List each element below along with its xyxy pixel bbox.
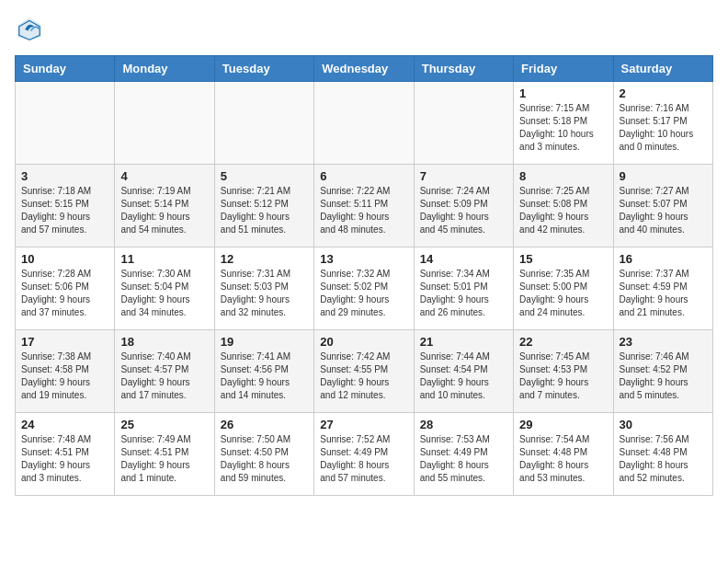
day-info: Sunrise: 7:46 AM Sunset: 4:52 PM Dayligh… bbox=[620, 350, 707, 402]
day-number: 18 bbox=[120, 335, 208, 349]
day-number: 7 bbox=[420, 169, 507, 183]
logo-icon bbox=[15, 15, 44, 44]
calendar-week-row: 1Sunrise: 7:15 AM Sunset: 5:18 PM Daylig… bbox=[16, 82, 713, 165]
day-info: Sunrise: 7:31 AM Sunset: 5:03 PM Dayligh… bbox=[221, 268, 308, 319]
day-info: Sunrise: 7:49 AM Sunset: 4:51 PM Dayligh… bbox=[120, 433, 208, 485]
day-number: 9 bbox=[620, 169, 707, 183]
day-number: 15 bbox=[519, 252, 607, 266]
column-header-saturday: Saturday bbox=[613, 56, 712, 82]
day-info: Sunrise: 7:27 AM Sunset: 5:07 PM Dayligh… bbox=[620, 185, 707, 236]
calendar-cell: 26Sunrise: 7:50 AM Sunset: 4:50 PM Dayli… bbox=[214, 413, 313, 496]
day-number: 19 bbox=[221, 335, 308, 349]
calendar-cell: 1Sunrise: 7:15 AM Sunset: 5:18 PM Daylig… bbox=[514, 82, 613, 165]
day-info: Sunrise: 7:21 AM Sunset: 5:12 PM Dayligh… bbox=[221, 185, 308, 236]
day-number: 2 bbox=[620, 86, 707, 100]
calendar-cell: 25Sunrise: 7:49 AM Sunset: 4:51 PM Dayli… bbox=[115, 413, 214, 496]
day-info: Sunrise: 7:42 AM Sunset: 4:55 PM Dayligh… bbox=[320, 350, 407, 402]
calendar-cell: 28Sunrise: 7:53 AM Sunset: 4:49 PM Dayli… bbox=[414, 413, 513, 496]
day-number: 17 bbox=[21, 335, 108, 349]
calendar-cell: 23Sunrise: 7:46 AM Sunset: 4:52 PM Dayli… bbox=[613, 330, 712, 413]
day-number: 13 bbox=[320, 252, 407, 266]
calendar-week-row: 17Sunrise: 7:38 AM Sunset: 4:58 PM Dayli… bbox=[16, 330, 713, 413]
calendar-cell: 12Sunrise: 7:31 AM Sunset: 5:03 PM Dayli… bbox=[214, 247, 313, 330]
day-info: Sunrise: 7:40 AM Sunset: 4:57 PM Dayligh… bbox=[120, 350, 208, 402]
day-info: Sunrise: 7:50 AM Sunset: 4:50 PM Dayligh… bbox=[221, 433, 308, 485]
day-number: 14 bbox=[420, 252, 507, 266]
day-number: 5 bbox=[221, 169, 308, 183]
day-info: Sunrise: 7:25 AM Sunset: 5:08 PM Dayligh… bbox=[519, 185, 607, 236]
calendar-cell: 14Sunrise: 7:34 AM Sunset: 5:01 PM Dayli… bbox=[414, 247, 513, 330]
calendar-cell: 18Sunrise: 7:40 AM Sunset: 4:57 PM Dayli… bbox=[115, 330, 214, 413]
day-number: 11 bbox=[120, 252, 208, 266]
day-number: 27 bbox=[320, 418, 407, 431]
column-header-sunday: Sunday bbox=[16, 56, 115, 82]
column-header-tuesday: Tuesday bbox=[214, 56, 313, 82]
day-number: 10 bbox=[21, 252, 108, 266]
day-number: 24 bbox=[21, 418, 108, 431]
day-info: Sunrise: 7:41 AM Sunset: 4:56 PM Dayligh… bbox=[221, 350, 308, 402]
calendar-cell: 13Sunrise: 7:32 AM Sunset: 5:02 PM Dayli… bbox=[314, 247, 414, 330]
calendar-cell: 8Sunrise: 7:25 AM Sunset: 5:08 PM Daylig… bbox=[514, 165, 613, 247]
calendar-cell: 24Sunrise: 7:48 AM Sunset: 4:51 PM Dayli… bbox=[16, 413, 115, 496]
calendar-cell: 2Sunrise: 7:16 AM Sunset: 5:17 PM Daylig… bbox=[613, 82, 712, 165]
day-number: 30 bbox=[620, 418, 707, 431]
day-info: Sunrise: 7:52 AM Sunset: 4:49 PM Dayligh… bbox=[320, 433, 407, 485]
day-number: 3 bbox=[21, 169, 108, 183]
day-number: 12 bbox=[221, 252, 308, 266]
page-header bbox=[15, 15, 713, 44]
day-info: Sunrise: 7:56 AM Sunset: 4:48 PM Dayligh… bbox=[620, 433, 707, 485]
calendar-cell bbox=[16, 82, 115, 165]
day-number: 28 bbox=[420, 418, 507, 431]
calendar-cell: 9Sunrise: 7:27 AM Sunset: 5:07 PM Daylig… bbox=[613, 165, 712, 247]
calendar-cell: 21Sunrise: 7:44 AM Sunset: 4:54 PM Dayli… bbox=[414, 330, 513, 413]
day-number: 4 bbox=[120, 169, 208, 183]
day-number: 26 bbox=[221, 418, 308, 431]
calendar-cell bbox=[314, 82, 414, 165]
calendar-week-row: 10Sunrise: 7:28 AM Sunset: 5:06 PM Dayli… bbox=[16, 247, 713, 330]
calendar-cell bbox=[214, 82, 313, 165]
logo bbox=[15, 15, 48, 44]
calendar-cell: 10Sunrise: 7:28 AM Sunset: 5:06 PM Dayli… bbox=[16, 247, 115, 330]
day-number: 16 bbox=[620, 252, 707, 266]
column-header-wednesday: Wednesday bbox=[314, 56, 414, 82]
calendar-cell bbox=[414, 82, 513, 165]
calendar-table: SundayMondayTuesdayWednesdayThursdayFrid… bbox=[15, 55, 713, 496]
day-info: Sunrise: 7:24 AM Sunset: 5:09 PM Dayligh… bbox=[420, 185, 507, 236]
day-number: 23 bbox=[620, 335, 707, 349]
day-number: 25 bbox=[120, 418, 208, 431]
calendar-cell: 4Sunrise: 7:19 AM Sunset: 5:14 PM Daylig… bbox=[115, 165, 214, 247]
calendar-header-row: SundayMondayTuesdayWednesdayThursdayFrid… bbox=[16, 56, 713, 82]
column-header-thursday: Thursday bbox=[414, 56, 513, 82]
day-info: Sunrise: 7:15 AM Sunset: 5:18 PM Dayligh… bbox=[519, 102, 607, 154]
day-number: 22 bbox=[519, 335, 607, 349]
day-info: Sunrise: 7:18 AM Sunset: 5:15 PM Dayligh… bbox=[21, 185, 108, 236]
calendar-cell: 16Sunrise: 7:37 AM Sunset: 4:59 PM Dayli… bbox=[613, 247, 712, 330]
day-info: Sunrise: 7:30 AM Sunset: 5:04 PM Dayligh… bbox=[120, 268, 208, 319]
calendar-cell: 15Sunrise: 7:35 AM Sunset: 5:00 PM Dayli… bbox=[514, 247, 613, 330]
day-info: Sunrise: 7:28 AM Sunset: 5:06 PM Dayligh… bbox=[21, 268, 108, 319]
calendar-cell: 29Sunrise: 7:54 AM Sunset: 4:48 PM Dayli… bbox=[514, 413, 613, 496]
calendar-cell: 19Sunrise: 7:41 AM Sunset: 4:56 PM Dayli… bbox=[214, 330, 313, 413]
day-info: Sunrise: 7:19 AM Sunset: 5:14 PM Dayligh… bbox=[120, 185, 208, 236]
day-info: Sunrise: 7:44 AM Sunset: 4:54 PM Dayligh… bbox=[420, 350, 507, 402]
day-info: Sunrise: 7:32 AM Sunset: 5:02 PM Dayligh… bbox=[320, 268, 407, 319]
day-info: Sunrise: 7:54 AM Sunset: 4:48 PM Dayligh… bbox=[519, 433, 607, 485]
calendar-cell: 6Sunrise: 7:22 AM Sunset: 5:11 PM Daylig… bbox=[314, 165, 414, 247]
calendar-cell bbox=[115, 82, 214, 165]
calendar-week-row: 3Sunrise: 7:18 AM Sunset: 5:15 PM Daylig… bbox=[16, 165, 713, 247]
day-number: 1 bbox=[519, 86, 607, 100]
day-info: Sunrise: 7:48 AM Sunset: 4:51 PM Dayligh… bbox=[21, 433, 108, 485]
column-header-friday: Friday bbox=[514, 56, 613, 82]
day-info: Sunrise: 7:38 AM Sunset: 4:58 PM Dayligh… bbox=[21, 350, 108, 402]
calendar-week-row: 24Sunrise: 7:48 AM Sunset: 4:51 PM Dayli… bbox=[16, 413, 713, 496]
calendar-cell: 5Sunrise: 7:21 AM Sunset: 5:12 PM Daylig… bbox=[214, 165, 313, 247]
day-info: Sunrise: 7:35 AM Sunset: 5:00 PM Dayligh… bbox=[519, 268, 607, 319]
calendar-cell: 7Sunrise: 7:24 AM Sunset: 5:09 PM Daylig… bbox=[414, 165, 513, 247]
calendar-cell: 30Sunrise: 7:56 AM Sunset: 4:48 PM Dayli… bbox=[613, 413, 712, 496]
day-info: Sunrise: 7:37 AM Sunset: 4:59 PM Dayligh… bbox=[620, 268, 707, 319]
day-number: 6 bbox=[320, 169, 407, 183]
calendar-cell: 11Sunrise: 7:30 AM Sunset: 5:04 PM Dayli… bbox=[115, 247, 214, 330]
day-info: Sunrise: 7:53 AM Sunset: 4:49 PM Dayligh… bbox=[420, 433, 507, 485]
day-info: Sunrise: 7:45 AM Sunset: 4:53 PM Dayligh… bbox=[519, 350, 607, 402]
day-number: 29 bbox=[519, 418, 607, 431]
